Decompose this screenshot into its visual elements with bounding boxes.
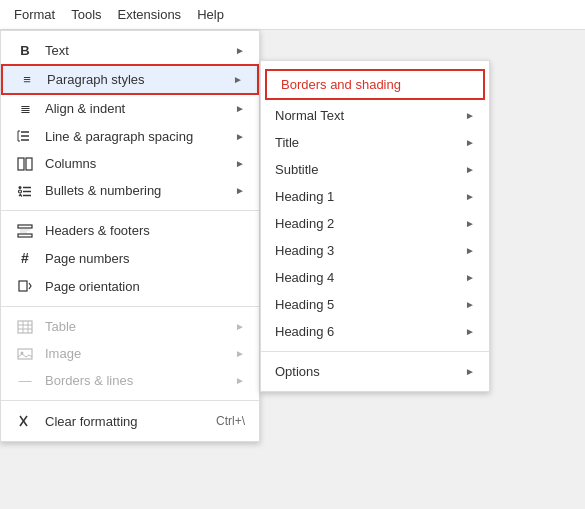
page-numbers-icon: # xyxy=(15,250,35,266)
menu-item-line-spacing[interactable]: Line & paragraph spacing ► xyxy=(1,122,259,150)
menu-extensions[interactable]: Extensions xyxy=(110,5,190,24)
arrow-heading4: ► xyxy=(465,272,475,283)
submenu-item-heading2[interactable]: Heading 2 ► xyxy=(261,210,489,237)
borders-shading-button[interactable]: Borders and shading xyxy=(265,69,485,100)
svg-rect-25 xyxy=(18,349,32,359)
menu-item-text[interactable]: B Text ► xyxy=(1,37,259,64)
paragraph-styles-icon: ≡ xyxy=(17,72,37,87)
submenu-item-heading6[interactable]: Heading 6 ► xyxy=(261,318,489,345)
menu-item-columns[interactable]: Columns ► xyxy=(1,150,259,177)
submenu-item-heading1[interactable]: Heading 1 ► xyxy=(261,183,489,210)
arrow-icon-paragraph: ► xyxy=(233,74,243,85)
arrow-icon-spacing: ► xyxy=(235,131,245,142)
menubar: Format Tools Extensions Help xyxy=(0,0,585,30)
format-menu: B Text ► ≡ Paragraph styles ► ≣ Align & … xyxy=(0,30,260,442)
arrow-options: ► xyxy=(465,366,475,377)
svg-point-8 xyxy=(19,186,22,189)
svg-point-10 xyxy=(19,190,22,193)
submenu-item-options[interactable]: Options ► xyxy=(261,358,489,385)
menu-item-clear-formatting[interactable]: Clear formatting Ctrl+\ xyxy=(1,407,259,435)
arrow-heading3: ► xyxy=(465,245,475,256)
text-bold-icon: B xyxy=(15,43,35,58)
menu-item-borders-lines: — Borders & lines ► xyxy=(1,367,259,394)
arrow-icon-table: ► xyxy=(235,321,245,332)
arrow-icon-text: ► xyxy=(235,45,245,56)
arrow-icon-image: ► xyxy=(235,348,245,359)
svg-rect-16 xyxy=(18,234,32,237)
table-icon xyxy=(15,320,35,334)
divider-2 xyxy=(1,306,259,307)
clear-formatting-icon xyxy=(15,413,35,429)
submenu-item-heading5[interactable]: Heading 5 ► xyxy=(261,291,489,318)
svg-rect-20 xyxy=(18,321,32,333)
menu-item-bullets[interactable]: Bullets & numbering ► xyxy=(1,177,259,204)
submenu-divider xyxy=(261,351,489,352)
menu-item-align-indent[interactable]: ≣ Align & indent ► xyxy=(1,95,259,122)
menu-tools[interactable]: Tools xyxy=(63,5,109,24)
submenu-item-heading4[interactable]: Heading 4 ► xyxy=(261,264,489,291)
columns-icon xyxy=(15,157,35,171)
svg-rect-7 xyxy=(26,158,32,170)
arrow-icon-columns: ► xyxy=(235,158,245,169)
svg-rect-15 xyxy=(18,225,32,228)
page-orientation-icon xyxy=(15,278,35,294)
svg-rect-6 xyxy=(18,158,24,170)
submenu-item-title[interactable]: Title ► xyxy=(261,129,489,156)
arrow-title: ► xyxy=(465,137,475,148)
line-spacing-icon xyxy=(15,128,35,144)
submenu-item-heading3[interactable]: Heading 3 ► xyxy=(261,237,489,264)
paragraph-styles-submenu: Borders and shading Normal Text ► Title … xyxy=(260,60,490,392)
arrow-normal: ► xyxy=(465,110,475,121)
menu-item-headers-footers[interactable]: Headers & footers xyxy=(1,217,259,244)
bullets-icon xyxy=(15,184,35,198)
arrow-subtitle: ► xyxy=(465,164,475,175)
arrow-heading5: ► xyxy=(465,299,475,310)
arrow-heading1: ► xyxy=(465,191,475,202)
format-dropdown-container: B Text ► ≡ Paragraph styles ► ≣ Align & … xyxy=(0,30,260,442)
menu-item-page-numbers[interactable]: # Page numbers xyxy=(1,244,259,272)
menu-item-image: Image ► xyxy=(1,340,259,367)
arrow-heading2: ► xyxy=(465,218,475,229)
arrow-icon-align: ► xyxy=(235,103,245,114)
menu-format[interactable]: Format xyxy=(6,5,63,24)
menu-help[interactable]: Help xyxy=(189,5,232,24)
divider-1 xyxy=(1,210,259,211)
image-icon xyxy=(15,347,35,361)
arrow-icon-bullets: ► xyxy=(235,185,245,196)
submenu-item-subtitle[interactable]: Subtitle ► xyxy=(261,156,489,183)
menu-item-paragraph-styles[interactable]: ≡ Paragraph styles ► xyxy=(1,64,259,95)
submenu-item-normal-text[interactable]: Normal Text ► xyxy=(261,102,489,129)
clear-formatting-shortcut: Ctrl+\ xyxy=(216,414,245,428)
headers-footers-icon xyxy=(15,224,35,238)
arrow-icon-borders: ► xyxy=(235,375,245,386)
menu-item-table: Table ► xyxy=(1,313,259,340)
divider-3 xyxy=(1,400,259,401)
borders-lines-icon: — xyxy=(15,373,35,388)
menu-item-page-orientation[interactable]: Page orientation xyxy=(1,272,259,300)
svg-rect-19 xyxy=(19,281,27,291)
align-indent-icon: ≣ xyxy=(15,101,35,116)
arrow-heading6: ► xyxy=(465,326,475,337)
